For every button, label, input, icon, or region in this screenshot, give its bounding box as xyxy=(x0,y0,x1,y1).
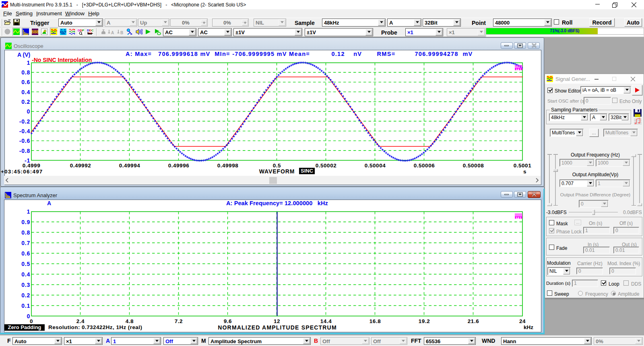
svg-text:C: C xyxy=(91,29,93,32)
svg-text:DUT: DUT xyxy=(60,30,66,34)
svg-text:888: 888 xyxy=(32,29,38,34)
svg-text:P: P xyxy=(82,29,84,32)
svg-text:B: B xyxy=(120,31,123,35)
svg-text:A: A xyxy=(111,31,114,35)
